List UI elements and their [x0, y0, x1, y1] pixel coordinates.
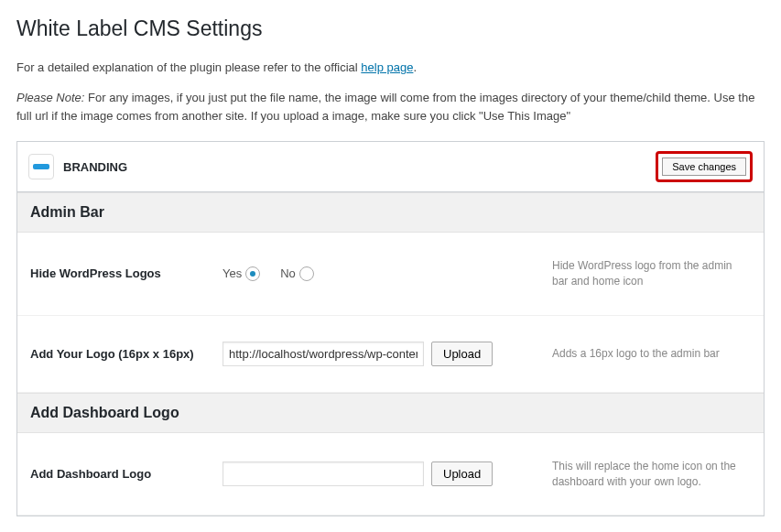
settings-panel: BRANDING Save changes Admin Bar Hide Wor… — [16, 141, 765, 516]
radio-no-label: No — [280, 266, 296, 280]
save-highlight: Save changes — [656, 151, 753, 182]
add-logo-help: Adds a 16px logo to the admin bar — [525, 346, 751, 362]
intro-suffix: . — [413, 60, 417, 74]
section-admin-bar: Admin Bar — [17, 192, 764, 233]
dashboard-logo-control: Upload — [222, 461, 525, 486]
radio-no[interactable]: No — [280, 266, 314, 281]
radio-yes-circle — [245, 266, 260, 281]
row-hide-logos: Hide WordPress Logos Yes No Hide WordPre… — [17, 233, 764, 316]
note-prefix: Please Note: — [16, 91, 84, 104]
branding-icon — [28, 154, 54, 179]
help-page-link[interactable]: help page — [361, 60, 413, 74]
radio-no-circle — [299, 266, 314, 281]
note-body: For any images, if you just put the file… — [16, 91, 754, 123]
dashboard-logo-input[interactable] — [222, 461, 424, 486]
intro-prefix: For a detailed explanation of the plugin… — [16, 60, 361, 74]
hide-logos-label: Hide WordPress Logos — [30, 266, 222, 280]
dashboard-logo-label: Add Dashboard Logo — [30, 467, 222, 481]
dashboard-logo-upload-button[interactable]: Upload — [431, 461, 493, 486]
dashboard-logo-help: This will replace the home icon on the d… — [525, 459, 751, 490]
row-add-logo: Add Your Logo (16px x 16px) Upload Adds … — [17, 316, 764, 393]
section-dashboard-logo: Add Dashboard Logo — [17, 393, 764, 433]
save-button[interactable]: Save changes — [662, 157, 746, 176]
hide-logos-help: Hide WordPress logo from the admin bar a… — [525, 258, 751, 289]
add-logo-upload-button[interactable]: Upload — [431, 342, 493, 366]
panel-title: BRANDING — [63, 160, 127, 174]
row-dashboard-logo: Add Dashboard Logo Upload This will repl… — [17, 433, 764, 516]
note-text: Please Note: For any images, if you just… — [16, 89, 765, 125]
panel-header: BRANDING Save changes — [17, 142, 764, 192]
hide-logos-control: Yes No — [222, 266, 525, 281]
intro-text: For a detailed explanation of the plugin… — [16, 60, 765, 76]
add-logo-label: Add Your Logo (16px x 16px) — [30, 347, 222, 361]
add-logo-control: Upload — [222, 342, 525, 366]
radio-yes[interactable]: Yes — [222, 266, 260, 281]
radio-yes-label: Yes — [222, 266, 242, 280]
panel-header-left: BRANDING — [28, 154, 127, 179]
add-logo-input[interactable] — [222, 342, 424, 366]
page-title: White Label CMS Settings — [16, 16, 765, 41]
